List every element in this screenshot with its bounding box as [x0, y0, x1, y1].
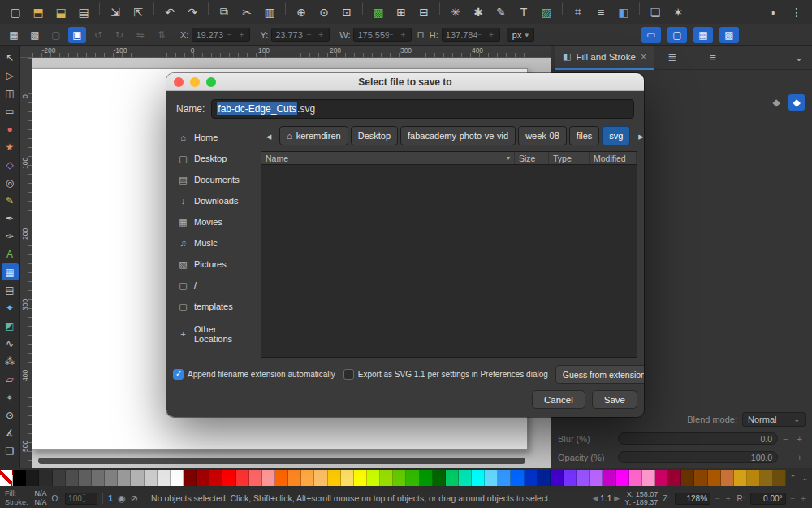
- h-field[interactable]: 137.784 − +: [442, 28, 500, 42]
- palette-swatch[interactable]: [538, 470, 551, 486]
- zoom-drawing-icon[interactable]: ⊙: [313, 2, 335, 22]
- palette-swatch[interactable]: [158, 470, 171, 486]
- palette-swatch[interactable]: [433, 470, 446, 486]
- y-field[interactable]: 23.773 − +: [271, 28, 330, 42]
- layer-indicator[interactable]: 1: [108, 493, 113, 503]
- palette-swatch[interactable]: [655, 470, 668, 486]
- palette-swatch[interactable]: [485, 470, 498, 486]
- palette-swatch[interactable]: [590, 470, 603, 486]
- palette-swatch[interactable]: [393, 470, 406, 486]
- place-item[interactable]: ↓ Downloads: [173, 190, 256, 211]
- palette-swatch[interactable]: [26, 470, 39, 486]
- palette-swatch[interactable]: [616, 470, 629, 486]
- palette-swatch[interactable]: [629, 470, 642, 486]
- palette-swatch[interactable]: [773, 470, 786, 486]
- palette-swatch[interactable]: [275, 470, 288, 486]
- palette-swatch[interactable]: [53, 470, 66, 486]
- cancel-button[interactable]: Cancel: [532, 390, 585, 409]
- dock-menu-icon[interactable]: ≣: [663, 49, 682, 67]
- zoom-tool[interactable]: ⊙: [2, 406, 19, 423]
- text-icon[interactable]: T: [513, 2, 534, 22]
- box3d-tool[interactable]: ◇: [2, 156, 19, 173]
- dropper-tool[interactable]: ✦: [2, 299, 19, 316]
- palette-swatch[interactable]: [577, 470, 590, 486]
- palette-swatch[interactable]: [747, 470, 760, 486]
- breadcrumb-item[interactable]: files: [569, 126, 600, 145]
- display-mode-icon[interactable]: ◑: [762, 2, 783, 22]
- fill-stroke-dialog-icon[interactable]: ◧: [613, 2, 634, 22]
- tweak-tool[interactable]: ∿: [2, 335, 19, 352]
- scale-stroke-toggle[interactable]: ▭: [641, 27, 661, 43]
- flip-vertical-button[interactable]: ⇅: [153, 27, 171, 43]
- fill-stroke-indicator[interactable]: Fill: N/A Stroke: N/A: [5, 489, 47, 507]
- palette-swatch[interactable]: [262, 470, 275, 486]
- rectangle-tool[interactable]: ▭: [2, 102, 19, 119]
- more-options-icon[interactable]: ⋮: [786, 2, 807, 22]
- copy-icon[interactable]: ⧉: [214, 2, 235, 22]
- zoom-field[interactable]: 128%: [675, 493, 710, 505]
- zoom-page-icon[interactable]: ⊡: [336, 2, 357, 22]
- x-steppers[interactable]: − +: [227, 30, 246, 39]
- palette-swatch[interactable]: [721, 470, 734, 486]
- opacity-slider[interactable]: 100.0: [618, 451, 778, 463]
- palette-swatch[interactable]: [603, 470, 615, 486]
- palette-swatch[interactable]: [0, 470, 13, 486]
- dock-list-icon[interactable]: ≡: [703, 49, 723, 67]
- palette-swatch[interactable]: [39, 470, 52, 486]
- place-item[interactable]: ▢ templates: [173, 296, 256, 317]
- layer-visibility-icon[interactable]: ◉: [118, 493, 126, 504]
- horizontal-scrollbar[interactable]: [38, 458, 525, 464]
- w-field[interactable]: 175.559 − +: [353, 28, 412, 42]
- gradient-tool[interactable]: ▦: [2, 263, 19, 280]
- palette-swatch[interactable]: [197, 470, 209, 486]
- redo-icon[interactable]: ↷: [182, 2, 203, 22]
- node-tool[interactable]: ▷: [2, 67, 19, 84]
- palette-swatch[interactable]: [446, 470, 459, 486]
- palette-swatch[interactable]: [171, 470, 184, 486]
- breadcrumb-item[interactable]: Desktop: [351, 126, 398, 145]
- palette-swatch[interactable]: [708, 470, 721, 486]
- save-document-icon[interactable]: ⬓: [50, 2, 71, 22]
- preferences-icon[interactable]: ✶: [667, 2, 689, 22]
- document-properties-icon[interactable]: ❏: [645, 2, 666, 22]
- scale-patterns-toggle[interactable]: ▩: [719, 27, 739, 43]
- breadcrumb-item[interactable]: svg: [602, 126, 630, 145]
- palette-swatch[interactable]: [472, 470, 485, 486]
- column-header[interactable]: Type: [549, 152, 590, 164]
- palette-swatch[interactable]: [380, 470, 393, 486]
- flip-horizontal-button[interactable]: ⇋: [132, 27, 149, 43]
- rotate-cw-button[interactable]: ↻: [110, 27, 128, 43]
- blur-slider[interactable]: 0.0: [618, 432, 778, 445]
- scale-gradients-toggle[interactable]: ▦: [693, 27, 713, 43]
- opacity-steppers[interactable]: − +: [783, 453, 806, 462]
- undo-icon[interactable]: ↶: [159, 2, 180, 22]
- palette-swatch[interactable]: [420, 470, 433, 486]
- place-item[interactable]: ⌂ Home: [173, 127, 256, 148]
- palette-swatch[interactable]: [564, 470, 577, 486]
- pencil-tool[interactable]: ✎: [2, 192, 19, 209]
- column-header[interactable]: Modified: [590, 152, 637, 164]
- palette-swatch[interactable]: [681, 470, 694, 486]
- palette-swatch[interactable]: [79, 470, 92, 486]
- scale-corners-toggle[interactable]: ▢: [667, 27, 687, 43]
- palette-swatch[interactable]: [367, 470, 380, 486]
- select-all-layers-button[interactable]: ▩: [26, 27, 44, 43]
- horizontal-ruler[interactable]: -200-1000100200300400: [32, 46, 551, 58]
- gradient-icon[interactable]: ▨: [536, 2, 557, 22]
- select-all-button[interactable]: ▦: [5, 27, 23, 43]
- spray-tool[interactable]: ⁂: [2, 353, 19, 370]
- create-clone-icon[interactable]: ⊟: [413, 2, 434, 22]
- checkbox[interactable]: [173, 369, 184, 380]
- checkbox-option[interactable]: Export as SVG 1.1 per settings in Prefer…: [343, 369, 548, 380]
- pages-tool[interactable]: ❏: [2, 442, 19, 459]
- palette-swatch[interactable]: [668, 470, 681, 486]
- eraser-tool[interactable]: ▱: [2, 371, 19, 388]
- palette-scroll-up-icon[interactable]: ⌃: [788, 471, 798, 485]
- export-icon[interactable]: ⇱: [127, 2, 149, 22]
- print-icon[interactable]: ▤: [73, 2, 94, 22]
- text-tool[interactable]: A: [2, 245, 19, 263]
- palette-swatch[interactable]: [694, 470, 707, 486]
- open-document-icon[interactable]: ⬒: [28, 2, 49, 22]
- place-item[interactable]: ▦ Movies: [173, 211, 256, 232]
- unit-dropdown[interactable]: px ▾: [507, 28, 534, 42]
